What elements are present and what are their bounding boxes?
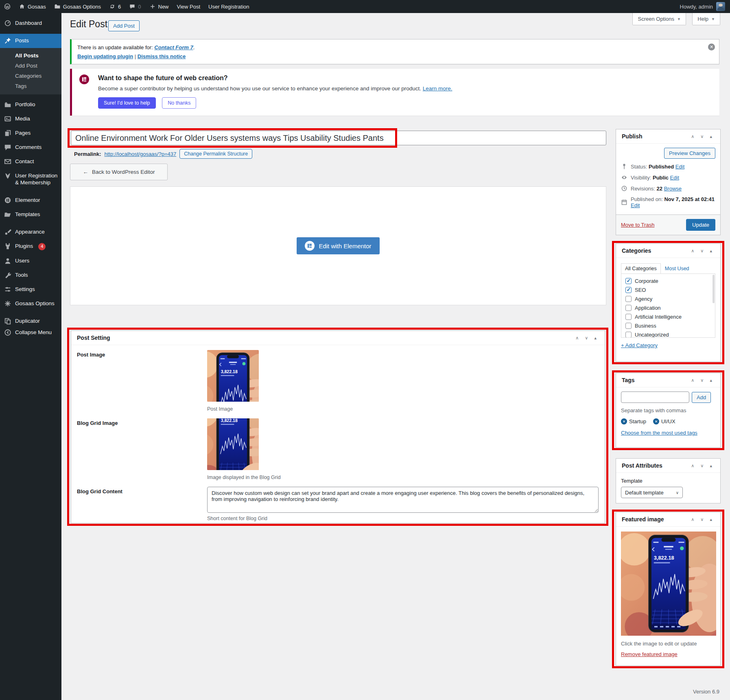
choose-most-used-tags-link[interactable]: Choose from the most used tags — [621, 430, 697, 436]
checkbox-icon[interactable] — [625, 332, 632, 338]
dismiss-notice-link[interactable]: Dismiss this notice — [138, 53, 186, 59]
post-setting-metabox: Post Setting ∧ ∨ ▴ Post Image Post Image… — [71, 330, 605, 523]
admin-bar-comments[interactable]: 0 — [125, 0, 145, 13]
post-setting-title: Post Setting — [77, 335, 110, 341]
sidebar-item-categories[interactable]: Categories — [0, 71, 61, 81]
add-post-button[interactable]: Add Post — [108, 20, 140, 31]
metabox-order-toggle-icons[interactable]: ∧ ∨ ▴ — [691, 517, 715, 522]
scrollbar[interactable] — [713, 275, 715, 303]
checkbox-icon[interactable] — [625, 287, 632, 293]
edit-visibility-link[interactable]: Edit — [670, 175, 679, 181]
metabox-order-toggle-icons[interactable]: ∧ ∨ ▴ — [691, 248, 715, 254]
admin-bar-account[interactable]: Howdy, admin — [680, 2, 730, 11]
sidebar-item-media[interactable]: Media — [0, 112, 61, 126]
sidebar-item-portfolio[interactable]: Portfolio — [0, 98, 61, 112]
metabox-order-toggle-icons[interactable]: ∧ ∨ ▴ — [691, 463, 715, 468]
plugin-link[interactable]: Contact Form 7 — [154, 44, 193, 50]
category-checkbox-corporate[interactable]: Corporate — [625, 278, 711, 284]
admin-bar-site-label: Gosaas — [28, 4, 46, 10]
update-button[interactable]: Update — [686, 219, 715, 231]
sidebar-item-plugins[interactable]: Plugins 4 — [0, 239, 61, 254]
admin-bar-user-registration[interactable]: User Registration — [204, 0, 253, 13]
admin-bar-gosaas-options[interactable]: Gosaas Options — [50, 0, 105, 13]
sidebar: Dashboard Posts All Posts Add Post Categ… — [0, 13, 61, 700]
checkbox-icon[interactable] — [625, 323, 632, 329]
category-checkbox-seo[interactable]: SEO — [625, 287, 711, 293]
category-checkbox-business[interactable]: Business — [625, 323, 711, 329]
tab-all-categories[interactable]: All Categories — [621, 263, 661, 274]
checkbox-icon[interactable] — [625, 305, 632, 311]
blog-grid-image[interactable] — [207, 418, 259, 470]
metabox-order-toggle-icons[interactable]: ∧ ∨ ▴ — [691, 134, 715, 139]
tab-most-used[interactable]: Most Used — [661, 264, 693, 273]
preview-changes-button[interactable]: Preview Changes — [664, 148, 715, 159]
howdy-label: Howdy, admin — [680, 4, 713, 10]
begin-updating-link[interactable]: Begin updating plugin — [77, 53, 133, 59]
edit-status-link[interactable]: Edit — [675, 164, 684, 170]
post-image[interactable] — [207, 350, 259, 402]
sidebar-item-add-post[interactable]: Add Post — [0, 61, 61, 71]
admin-bar-view-post[interactable]: View Post — [173, 0, 205, 13]
sidebar-item-comments[interactable]: Comments — [0, 140, 61, 155]
blog-grid-content-textarea[interactable]: Discover how custom web design can set y… — [207, 487, 599, 513]
template-select[interactable]: Default template ∨ — [621, 487, 683, 498]
elementor-editor-area: Edit with Elementor — [70, 186, 606, 305]
add-category-link[interactable]: + Add Category — [621, 342, 658, 348]
clock-icon — [621, 185, 627, 192]
template-label: Template — [621, 478, 715, 484]
dismiss-notice-icon[interactable]: ✕ — [708, 44, 715, 50]
sidebar-item-tags[interactable]: Tags — [0, 81, 61, 91]
metabox-order-toggle-icons[interactable]: ∧ ∨ ▴ — [691, 378, 715, 383]
sidebar-item-contact[interactable]: Contact — [0, 155, 61, 169]
sidebar-item-gosaas-options[interactable]: Gosaas Options — [0, 297, 61, 311]
checkbox-icon[interactable] — [625, 278, 632, 284]
sidebar-item-dashboard[interactable]: Dashboard — [0, 16, 61, 31]
banner-accept-button[interactable]: Sure! I'd love to help — [98, 97, 156, 109]
permalink-link[interactable]: http://localhost/gosaas/?p=437 — [104, 151, 176, 157]
sidebar-collapse-menu[interactable]: Collapse Menu — [0, 326, 61, 340]
categories-list[interactable]: Corporate SEO Agency Application Artific… — [621, 273, 715, 338]
sidebar-item-all-posts[interactable]: All Posts — [0, 50, 61, 61]
checkbox-icon[interactable] — [625, 314, 632, 320]
learn-more-link[interactable]: Learn more. — [423, 85, 452, 92]
tag-chip-uiux: ✕ UI/UX — [653, 418, 675, 424]
remove-featured-image-link[interactable]: Remove featured image — [621, 651, 678, 657]
back-to-wordpress-editor-button[interactable]: ← Back to WordPress Editor — [70, 164, 168, 180]
pin-icon — [4, 37, 11, 44]
sidebar-item-settings[interactable]: Settings — [0, 282, 61, 297]
category-checkbox-application[interactable]: Application — [625, 305, 711, 311]
category-checkbox-uncategorized[interactable]: Uncategorized — [625, 332, 711, 338]
admin-bar-site[interactable]: Gosaas — [15, 0, 50, 13]
remove-tag-icon[interactable]: ✕ — [621, 418, 627, 424]
wordpress-logo-icon[interactable] — [0, 0, 15, 13]
banner-decline-button[interactable]: No thanks — [162, 97, 196, 109]
sidebar-item-templates[interactable]: Templates — [0, 208, 61, 222]
sidebar-item-user-registration[interactable]: User Registration & Membership — [0, 169, 61, 190]
new-tag-input[interactable] — [621, 392, 689, 403]
elementor-banner: Want to shape the future of web creation… — [70, 69, 719, 116]
browse-revisions-link[interactable]: Browse — [664, 186, 682, 192]
sidebar-item-posts[interactable]: Posts — [0, 34, 61, 48]
sidebar-item-pages[interactable]: Pages — [0, 126, 61, 140]
sidebar-item-users[interactable]: Users — [0, 254, 61, 268]
admin-bar-new[interactable]: New — [145, 0, 173, 13]
remove-tag-icon[interactable]: ✕ — [653, 418, 659, 424]
post-title-input[interactable] — [71, 131, 606, 145]
sidebar-item-tools[interactable]: Tools — [0, 268, 61, 282]
featured-image[interactable] — [621, 532, 716, 636]
move-to-trash-link[interactable]: Move to Trash — [621, 222, 654, 228]
metabox-order-toggle-icons[interactable]: ∧ ∨ ▴ — [575, 335, 599, 341]
sidebar-item-elementor[interactable]: Elementor — [0, 193, 61, 208]
help-tab[interactable]: Help ▼ — [692, 13, 720, 25]
admin-bar-updates[interactable]: 6 — [105, 0, 125, 13]
elementor-logo-icon — [79, 74, 89, 84]
category-checkbox-artificial-intelligence[interactable]: Artificial Intelligence — [625, 314, 711, 320]
screen-options-tab[interactable]: Screen Options ▼ — [632, 13, 686, 25]
change-permalink-button[interactable]: Change Permalink Structure — [179, 149, 252, 159]
edit-with-elementor-button[interactable]: Edit with Elementor — [297, 237, 379, 254]
checkbox-icon[interactable] — [625, 296, 632, 302]
add-tag-button[interactable]: Add — [692, 392, 711, 403]
sidebar-item-appearance[interactable]: Appearance — [0, 225, 61, 239]
edit-published-link[interactable]: Edit — [631, 202, 640, 208]
category-checkbox-agency[interactable]: Agency — [625, 296, 711, 302]
